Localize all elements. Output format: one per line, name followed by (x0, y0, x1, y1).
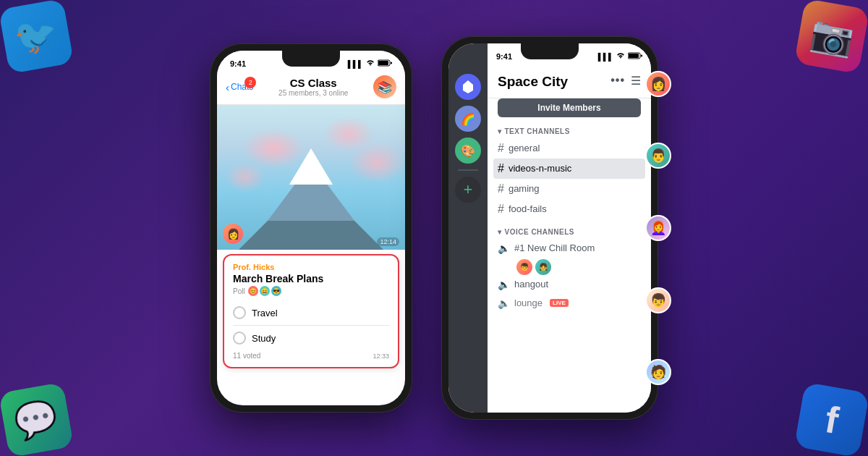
hash-icon-general: # (498, 142, 504, 155)
poll-option-travel-text: Travel (252, 308, 278, 318)
voice-channels-header: ▾ VOICE CHANNELS (488, 224, 651, 239)
side-avatar-3: 👩‍🦰 (645, 215, 671, 241)
time-1: 9:41 (230, 59, 246, 68)
channel-videos-n-music[interactable]: # videos-n-music (493, 159, 645, 179)
hash-icon-gaming: # (498, 182, 504, 195)
wifi-icon-2 (616, 52, 626, 61)
status-icons-1: ▌▌▌ (348, 59, 392, 68)
channel-name-general: general (509, 143, 540, 153)
svg-marker-3 (463, 80, 473, 93)
speaker-icon-live: 🔈 (498, 297, 510, 309)
speaker-icon-hangout: 🔈 (498, 279, 510, 290)
side-avatars-right: 👩 👨 👩‍🦰 👦 🧑 (645, 36, 671, 420)
twitter-icon: 🐦 (0, 0, 74, 74)
svg-rect-1 (378, 61, 388, 65)
battery-icon-2 (628, 52, 642, 61)
side-avatar-2: 👨 (645, 143, 671, 169)
channel-name-videos: videos-n-music (509, 163, 571, 174)
invite-members-button[interactable]: Invite Members (498, 98, 641, 117)
voice-channels-chevron: ▾ (498, 228, 502, 236)
poll-option-study-text: Study (252, 333, 276, 344)
menu-icon[interactable]: ☰ (631, 74, 641, 88)
instagram-icon: 📷 (794, 0, 868, 74)
channel-general[interactable]: # general (488, 138, 651, 159)
discord-main-content: 9:41 ▌▌▌ (488, 43, 651, 413)
channel-name-food: food-fails (509, 203, 547, 214)
poll-radio-study (233, 332, 246, 345)
poll-time: 12:33 (373, 352, 389, 360)
chat-title-area: CS Class 25 members, 3 online (253, 77, 373, 97)
poll-avatar-1: 😊 (248, 286, 258, 296)
voice-user-2: 👧 (535, 259, 551, 275)
phone-1-screen: 9:41 ▌▌▌ ‹ Chats 2 (217, 51, 405, 405)
side-avatar-4: 👦 (645, 287, 671, 313)
poll-title: March Break Plans (233, 273, 389, 284)
text-channels-chevron: ▾ (498, 127, 502, 135)
poll-option-study[interactable]: Study (233, 327, 389, 349)
signal-icon-2: ▌▌▌ (598, 53, 613, 61)
phone-1: 9:41 ▌▌▌ ‹ Chats 2 (210, 43, 412, 413)
time-2: 9:41 (496, 52, 512, 61)
svg-rect-5 (629, 54, 639, 58)
poll-label: Poll (233, 287, 245, 295)
sidebar-server-3[interactable]: 🎨 (455, 138, 481, 164)
sidebar-server-1[interactable] (455, 74, 481, 100)
channel-chill-room[interactable]: 🔈 #1 New Chill Room (488, 239, 651, 258)
poll-votes: 11 voted (233, 352, 260, 360)
image-timestamp: 12:14 (377, 237, 399, 246)
svg-rect-2 (391, 62, 392, 64)
add-server-button[interactable]: + (455, 177, 481, 203)
phone-2: 🌈 🎨 + 9:41 ▌▌▌ (441, 36, 658, 420)
back-chevron-icon: ‹ (226, 81, 229, 93)
text-channels-header: ▾ TEXT CHANNELS (488, 123, 651, 138)
voice-user-1: 👦 (516, 259, 532, 275)
facebook-icon: f (794, 382, 868, 456)
text-channels-label: TEXT CHANNELS (505, 127, 570, 135)
phone-2-screen: 🌈 🎨 + 9:41 ▌▌▌ (448, 43, 651, 413)
whatsapp-icon: 💬 (0, 382, 74, 456)
poll-meta: Poll 😊 😄 😎 (233, 286, 389, 296)
sidebar-divider (458, 169, 478, 171)
back-button[interactable]: ‹ Chats 2 (226, 81, 253, 93)
poll-meta-avatars: 😊 😄 😎 (248, 286, 281, 296)
channel-food-fails[interactable]: # food-fails (488, 199, 651, 219)
notch-1 (282, 51, 340, 67)
side-avatar-1: 👩 (645, 71, 671, 97)
side-avatar-5: 🧑 (645, 359, 671, 385)
chat-title: CS Class (253, 77, 373, 89)
sidebar-server-2[interactable]: 🌈 (455, 106, 481, 132)
signal-icon: ▌▌▌ (348, 60, 363, 68)
poll-footer: 11 voted 12:33 (233, 352, 389, 360)
channel-hangout[interactable]: 🔈 hangout (488, 275, 651, 294)
speaker-icon-chill: 🔈 (498, 242, 510, 254)
channel-name-chill: #1 New Chill Room (514, 242, 595, 253)
server-name: Space City (498, 74, 568, 90)
battery-icon (378, 59, 392, 68)
live-badge: LIVE (550, 299, 569, 307)
poll-sender: Prof. Hicks (233, 263, 389, 271)
voice-channel-users-chill: 👦 👧 (488, 259, 651, 275)
poll-option-travel[interactable]: Travel (233, 302, 389, 324)
channel-name-live: lounge (514, 297, 542, 308)
channel-gaming[interactable]: # gaming (488, 179, 651, 199)
hash-icon-food: # (498, 203, 504, 216)
chat-avatar: 📚 (373, 75, 396, 98)
phones-container: 9:41 ▌▌▌ ‹ Chats 2 (210, 36, 658, 420)
poll-divider (233, 325, 389, 326)
poll-avatar-3: 😎 (271, 286, 281, 296)
channel-live[interactable]: 🔈 lounge LIVE (488, 294, 651, 313)
wifi-icon (365, 59, 375, 68)
user-avatar-in-image: 👩 (223, 224, 243, 244)
chat-image-message: 12:14 👩 (217, 105, 405, 250)
notch-2 (521, 43, 579, 59)
more-icon[interactable]: ••• (610, 74, 625, 88)
discord-header-icons: ••• ☰ (610, 74, 641, 88)
chat-header: ‹ Chats 2 CS Class 25 members, 3 online … (217, 71, 405, 105)
back-badge: 2 (244, 77, 256, 88)
voice-channels-label: VOICE CHANNELS (505, 228, 574, 236)
poll-bubble: Prof. Hicks March Break Plans Poll 😊 😄 😎… (223, 254, 399, 368)
chat-subtitle: 25 members, 3 online (253, 89, 373, 97)
svg-rect-6 (641, 55, 642, 57)
server-name-area: Space City (498, 74, 568, 90)
poll-radio-travel (233, 306, 246, 319)
